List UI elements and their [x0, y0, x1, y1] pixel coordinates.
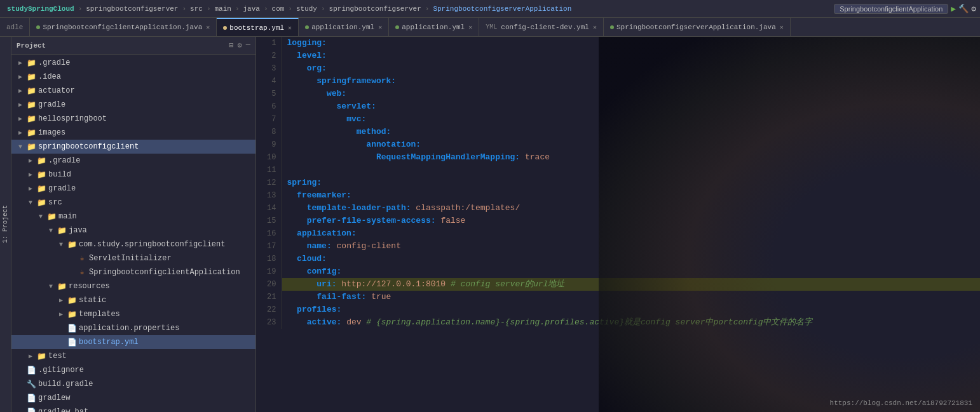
tree-item[interactable]: ☕SpringbootconfigclientApplication — [11, 265, 255, 279]
close-icon[interactable]: ✕ — [288, 24, 292, 32]
tree-item[interactable]: ▶📁test — [11, 349, 255, 363]
tree-item-label: SpringbootconfigclientApplication — [89, 268, 240, 277]
tree-item[interactable]: ▶📁.idea — [11, 70, 255, 84]
run-icon[interactable]: ▶ — [951, 4, 956, 14]
tree-arrow-icon: ▶ — [17, 59, 24, 67]
collapse-all-icon[interactable]: ⊟ — [229, 41, 233, 50]
tree-arrow-icon: ▶ — [57, 310, 65, 318]
tree-item-label: gradlew.bat — [38, 408, 88, 412]
tab-application-yml-1[interactable]: application.yml ✕ — [299, 18, 389, 36]
code-line: 12spring: — [256, 176, 980, 189]
tree-item[interactable]: 📄application.properties — [11, 321, 255, 335]
tree-item[interactable]: ▶📁build — [11, 168, 255, 182]
tree-item-label: bootstrap.yml — [79, 338, 139, 347]
settings-icon[interactable]: ⚙ — [971, 4, 976, 14]
breadcrumb-project[interactable]: studySpringCloud — [4, 5, 78, 13]
close-icon[interactable]: ✕ — [378, 23, 382, 31]
tree-item[interactable]: ▼📁src — [11, 196, 255, 209]
tree-item[interactable]: ▼📁com.study.springbootconfigclient — [11, 237, 255, 251]
code-cell-content: prefer-file-system-access: false — [282, 215, 980, 227]
tab-springbootconfigclientapplication[interactable]: SpringbootconfigclientApplication.java ✕ — [30, 18, 217, 36]
code-cell-content: template-loader-path: classpath:/templat… — [282, 202, 980, 215]
tree-item-label: test — [48, 352, 67, 361]
close-icon[interactable]: ✕ — [593, 23, 597, 31]
tree-item[interactable]: ▶📁images — [11, 126, 255, 140]
editor-tabs: adle SpringbootconfigclientApplication.j… — [0, 18, 980, 37]
build-icon[interactable]: 🔨 — [958, 4, 969, 14]
tree-arrow-icon: ▶ — [57, 296, 65, 304]
minimize-icon[interactable]: — — [246, 41, 250, 50]
tree-item-label: templates — [79, 310, 120, 319]
tree-item[interactable]: ▶📁static — [11, 293, 255, 307]
line-number: 21 — [256, 291, 282, 303]
tree-file-icon: 📁 — [36, 156, 46, 166]
run-config-selector[interactable]: SpringbootconfigclientApplication — [834, 4, 948, 14]
tab-config-client-dev[interactable]: YML config-client-dev.yml ✕ — [479, 18, 604, 36]
tree-item[interactable]: ▶📁actuator — [11, 84, 255, 98]
settings-sidebar-icon[interactable]: ⚙ — [238, 41, 242, 50]
tree-item[interactable]: 📄.gitignore — [11, 363, 255, 377]
tab-springbootconfigserverapplication[interactable]: SpringbootconfigserverApplication.java ✕ — [604, 18, 791, 36]
line-number: 2 — [256, 50, 282, 62]
tree-item[interactable]: 📄gradlew — [11, 391, 255, 405]
tree-item-label: src — [48, 198, 62, 207]
tree-item-label: .gitignore — [38, 366, 84, 375]
tab-label: SpringbootconfigclientApplication.java — [43, 23, 202, 31]
sidebar-header: Project ⊟ ⚙ — — [11, 37, 255, 55]
line-number: 9 — [256, 138, 282, 151]
tree-item[interactable]: ▼📁java — [11, 223, 255, 237]
tab-label: SpringbootconfigserverApplication.java — [616, 23, 776, 31]
code-cell-content: springframework: — [282, 75, 980, 88]
tree-item-label: application.properties — [79, 324, 179, 333]
tree-item[interactable]: ☕ServletInitializer — [11, 251, 255, 265]
tab-adle[interactable]: adle — [0, 18, 30, 36]
tree-file-icon: 📁 — [26, 114, 36, 124]
tree-item-label: images — [38, 128, 65, 137]
tree-item-label: com.study.springbootconfigclient — [79, 240, 225, 249]
breadcrumb-6: study — [293, 5, 320, 13]
close-icon[interactable]: ✕ — [468, 23, 472, 31]
tree-arrow-icon: ▶ — [17, 115, 24, 123]
tree-item[interactable]: ▶📁.gradle — [11, 154, 255, 168]
tree-item-label: .idea — [38, 72, 61, 81]
tree-item[interactable]: 📄bootstrap.yml — [11, 335, 255, 349]
breadcrumb-1: springbootconfigserver — [83, 5, 181, 13]
code-cell-content: active: dev # {spring.application.name}-… — [282, 316, 980, 329]
tree-item[interactable]: ▶📁gradle — [11, 182, 255, 196]
tree-file-icon: 📁 — [26, 128, 36, 138]
tree-item[interactable]: 📄gradlew.bat — [11, 405, 255, 412]
project-panel-strip[interactable]: 1: Project — [0, 37, 11, 412]
code-line: 6 servlet: — [256, 100, 980, 113]
tree-item[interactable]: ▼📁resources — [11, 279, 255, 293]
code-cell-content: cloud: — [282, 253, 980, 265]
close-icon[interactable]: ✕ — [206, 23, 210, 31]
tree-item[interactable]: ▶📁gradle — [11, 98, 255, 112]
close-icon[interactable]: ✕ — [780, 23, 784, 31]
tree-item[interactable]: ▼📁main — [11, 209, 255, 223]
code-content[interactable]: 1logging:2 level:3 org:4 springframework… — [256, 37, 980, 412]
tree-item[interactable]: ▼📁springbootconfigclient — [11, 140, 255, 154]
tree-arrow-icon: ▼ — [47, 283, 55, 290]
line-number: 12 — [256, 176, 282, 189]
line-number: 23 — [256, 316, 282, 329]
tree-file-icon: 📁 — [67, 310, 77, 319]
tree-item[interactable]: ▶📁.gradle — [11, 56, 255, 70]
tree-item-label: ServletInitializer — [89, 254, 172, 263]
tree-item[interactable]: ▶📁templates — [11, 307, 255, 321]
tab-dot — [36, 25, 40, 29]
breadcrumb-3: main — [212, 5, 235, 13]
code-line: 21 fail-fast: true — [256, 291, 980, 303]
code-cell-content: config: — [282, 265, 980, 278]
code-cell-content: uri: http://127.0.0.1:8010 # config serv… — [282, 278, 980, 291]
tree-item[interactable]: 🔧build.gradle — [11, 377, 255, 391]
tree-file-icon: 🔧 — [26, 380, 36, 389]
tree-item[interactable]: ▶📁hellospringboot — [11, 112, 255, 126]
tab-application-yml-2[interactable]: application.yml ✕ — [389, 18, 479, 36]
tree-item-label: main — [58, 212, 77, 221]
tree-file-icon: 📁 — [36, 198, 46, 208]
line-number: 16 — [256, 227, 282, 240]
tree-file-icon: 📄 — [26, 366, 36, 375]
tab-bootstrap-yml[interactable]: bootstrap.yml ✕ — [217, 18, 299, 36]
tree-file-icon: 📁 — [36, 352, 46, 361]
code-line: 1logging: — [256, 37, 980, 50]
